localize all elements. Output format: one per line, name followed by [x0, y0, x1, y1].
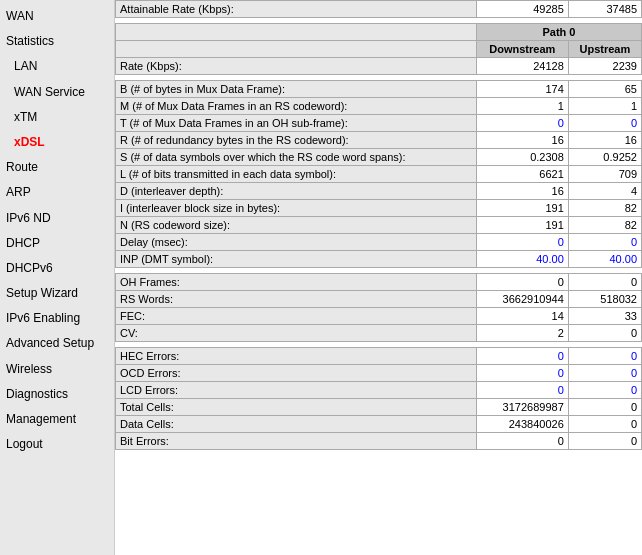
row-upstream: 0 [568, 365, 641, 382]
sidebar-item-advanced-setup[interactable]: Advanced Setup [0, 331, 114, 356]
main-content: Attainable Rate (Kbps):4928537485Path 0D… [115, 0, 642, 555]
sidebar-item-xtm[interactable]: xTM [0, 105, 114, 130]
row-label: L (# of bits transmitted in each data sy… [116, 166, 477, 183]
row-upstream: 40.00 [568, 251, 641, 268]
sidebar-item-arp[interactable]: ARP [0, 180, 114, 205]
sidebar: WANStatisticsLANWAN ServicexTMxDSLRouteA… [0, 0, 115, 555]
attainable-downstream: 49285 [476, 1, 568, 18]
row-downstream: 0 [476, 365, 568, 382]
row-label: CV: [116, 325, 477, 342]
sidebar-item-wireless[interactable]: Wireless [0, 357, 114, 382]
row-label: R (# of redundancy bytes in the RS codew… [116, 132, 477, 149]
sidebar-item-statistics[interactable]: Statistics [0, 29, 114, 54]
row-upstream: 2239 [568, 58, 641, 75]
attainable-upstream: 37485 [568, 1, 641, 18]
row-upstream: 0 [568, 234, 641, 251]
row-downstream: 191 [476, 217, 568, 234]
row-label: OH Frames: [116, 274, 477, 291]
row-downstream: 0 [476, 348, 568, 365]
row-label: Delay (msec): [116, 234, 477, 251]
row-downstream: 0 [476, 234, 568, 251]
row-downstream: 16 [476, 132, 568, 149]
row-label: HEC Errors: [116, 348, 477, 365]
row-upstream: 0 [568, 115, 641, 132]
sidebar-item-dhcp[interactable]: DHCP [0, 231, 114, 256]
sidebar-item-management[interactable]: Management [0, 407, 114, 432]
row-label: B (# of bytes in Mux Data Frame): [116, 81, 477, 98]
row-upstream: 4 [568, 183, 641, 200]
row-downstream: 174 [476, 81, 568, 98]
sidebar-item-diagnostics[interactable]: Diagnostics [0, 382, 114, 407]
row-label: Bit Errors: [116, 433, 477, 450]
row-label: Total Cells: [116, 399, 477, 416]
row-label: T (# of Mux Data Frames in an OH sub-fra… [116, 115, 477, 132]
row-label: N (RS codeword size): [116, 217, 477, 234]
sidebar-item-wan[interactable]: WAN [0, 4, 114, 29]
path-empty [116, 24, 477, 41]
attainable-label: Attainable Rate (Kbps): [116, 1, 477, 18]
row-label: FEC: [116, 308, 477, 325]
row-upstream: 1 [568, 98, 641, 115]
row-downstream: 0 [476, 433, 568, 450]
row-downstream: 0 [476, 274, 568, 291]
row-label: I (interleaver block size in bytes): [116, 200, 477, 217]
row-downstream: 1 [476, 98, 568, 115]
sidebar-item-xdsl[interactable]: xDSL [0, 130, 114, 155]
row-downstream: 243840026 [476, 416, 568, 433]
row-upstream: 709 [568, 166, 641, 183]
xdsl-stats-table: Attainable Rate (Kbps):4928537485Path 0D… [115, 0, 642, 450]
sidebar-item-logout[interactable]: Logout [0, 432, 114, 457]
sidebar-item-ipv6nd[interactable]: IPv6 ND [0, 206, 114, 231]
row-downstream: 24128 [476, 58, 568, 75]
row-upstream: 0 [568, 348, 641, 365]
row-label: S (# of data symbols over which the RS c… [116, 149, 477, 166]
row-label: Rate (Kbps): [116, 58, 477, 75]
row-upstream: 0 [568, 416, 641, 433]
row-upstream: 0 [568, 399, 641, 416]
row-upstream: 0 [568, 382, 641, 399]
row-downstream: 3662910944 [476, 291, 568, 308]
row-downstream: 16 [476, 183, 568, 200]
row-label: RS Words: [116, 291, 477, 308]
du-empty [116, 41, 477, 58]
sidebar-item-wan-service[interactable]: WAN Service [0, 80, 114, 105]
row-upstream: 0 [568, 325, 641, 342]
row-label: Data Cells: [116, 416, 477, 433]
row-downstream: 2 [476, 325, 568, 342]
upstream-header: Upstream [568, 41, 641, 58]
row-downstream: 191 [476, 200, 568, 217]
row-upstream: 82 [568, 200, 641, 217]
row-downstream: 0 [476, 382, 568, 399]
sidebar-item-lan[interactable]: LAN [0, 54, 114, 79]
row-downstream: 0 [476, 115, 568, 132]
sidebar-item-dhcpv6[interactable]: DHCPv6 [0, 256, 114, 281]
row-upstream: 33 [568, 308, 641, 325]
path-label: Path 0 [476, 24, 641, 41]
row-downstream: 3172689987 [476, 399, 568, 416]
row-label: OCD Errors: [116, 365, 477, 382]
row-upstream: 518032 [568, 291, 641, 308]
row-downstream: 14 [476, 308, 568, 325]
row-upstream: 0 [568, 274, 641, 291]
row-downstream: 40.00 [476, 251, 568, 268]
row-upstream: 65 [568, 81, 641, 98]
row-upstream: 16 [568, 132, 641, 149]
row-downstream: 0.2308 [476, 149, 568, 166]
row-upstream: 82 [568, 217, 641, 234]
sidebar-item-route[interactable]: Route [0, 155, 114, 180]
downstream-header: Downstream [476, 41, 568, 58]
row-label: M (# of Mux Data Frames in an RS codewor… [116, 98, 477, 115]
sidebar-item-setup-wizard[interactable]: Setup Wizard [0, 281, 114, 306]
row-label: INP (DMT symbol): [116, 251, 477, 268]
row-upstream: 0.9252 [568, 149, 641, 166]
row-label: LCD Errors: [116, 382, 477, 399]
sidebar-item-ipv6-enabling[interactable]: IPv6 Enabling [0, 306, 114, 331]
row-upstream: 0 [568, 433, 641, 450]
row-downstream: 6621 [476, 166, 568, 183]
row-label: D (interleaver depth): [116, 183, 477, 200]
